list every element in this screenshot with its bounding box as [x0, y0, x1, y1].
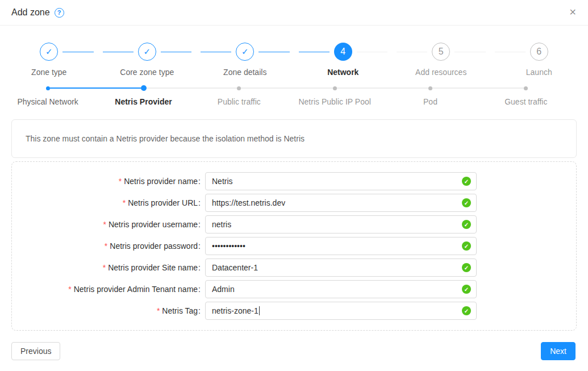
substep-pod: Pod	[382, 82, 478, 106]
input-value: netris	[212, 220, 231, 229]
substep-line	[528, 87, 574, 89]
substep-dot	[428, 86, 432, 90]
form-row: *Netris provider URL: https://test.netri…	[12, 194, 576, 212]
substep-netris-public-ip-pool: Netris Public IP Pool	[287, 82, 382, 106]
required-marker: *	[123, 198, 126, 207]
substep-line	[50, 87, 96, 89]
netris-tag-input[interactable]: netris-zone-1 ✓	[205, 302, 477, 320]
valid-check-icon: ✓	[462, 263, 471, 272]
required-marker: *	[103, 220, 106, 229]
step-done-check-icon: ✓	[40, 43, 58, 61]
wizard-stepper: ✓ Zone type ✓ Core zone type ✓ Zone deta…	[0, 43, 588, 77]
field-label: *Netris provider URL:	[12, 198, 201, 207]
step-core-zone-type: ✓ Core zone type	[98, 43, 197, 77]
form-row: *Netris provider name: Netris ✓	[12, 172, 576, 190]
form-row: *Netris provider username: netris ✓	[12, 215, 576, 234]
network-substepper: Physical Network Netris Provider Public …	[0, 82, 588, 106]
previous-button[interactable]: Previous	[11, 342, 60, 360]
substep-guest-traffic: Guest traffic	[478, 82, 574, 106]
netris-provider-password-input[interactable]: •••••••••••• ✓	[205, 237, 477, 255]
form-row: *Netris provider Site name: Datacenter-1…	[12, 259, 576, 277]
input-value-masked: ••••••••••••	[212, 241, 245, 251]
page-title: Add zone	[11, 7, 50, 18]
valid-check-icon: ✓	[462, 220, 471, 229]
help-icon[interactable]: ?	[55, 8, 64, 18]
step-line	[397, 52, 427, 52]
form-row: *Netris Tag: netris-zone-1 ✓	[12, 302, 576, 320]
step-line	[495, 52, 526, 52]
step-network: 4 Network	[294, 43, 393, 77]
step-label: Launch	[526, 68, 552, 77]
valid-check-icon: ✓	[462, 241, 471, 251]
netris-provider-site-name-input[interactable]: Datacenter-1 ✓	[205, 259, 477, 277]
step-label: Network	[327, 68, 358, 77]
form-row: *Netris provider Admin Tenant name: Admi…	[12, 280, 576, 298]
isolation-method-notice: This zone must contain a Netris provider…	[11, 119, 577, 158]
step-number: 6	[530, 43, 548, 61]
field-label: *Netris provider Site name:	[12, 263, 201, 272]
step-add-resources: 5 Add resources	[392, 43, 490, 77]
netris-provider-admin-tenant-name-input[interactable]: Admin ✓	[205, 280, 477, 298]
required-marker: *	[105, 241, 107, 251]
substep-dot	[333, 86, 337, 90]
step-line	[553, 52, 583, 52]
input-value: Datacenter-1	[212, 263, 258, 272]
substep-line	[0, 87, 46, 89]
substep-line	[191, 87, 237, 89]
valid-check-icon: ✓	[462, 177, 471, 186]
step-label: Zone details	[223, 68, 266, 77]
substep-dot	[46, 86, 50, 90]
required-marker: *	[119, 177, 122, 186]
step-launch: 6 Launch	[490, 43, 588, 77]
step-line	[201, 52, 231, 52]
netris-provider-url-input[interactable]: https://test.netris.dev ✓	[205, 194, 477, 212]
substep-dot	[237, 86, 241, 90]
step-zone-type: ✓ Zone type	[0, 43, 98, 77]
substep-label: Public traffic	[218, 97, 261, 106]
substep-dot	[524, 86, 528, 90]
netris-provider-name-input[interactable]: Netris ✓	[205, 172, 477, 190]
step-number: 5	[432, 43, 450, 61]
modal-header: Add zone ? ✕	[0, 0, 588, 26]
step-line	[258, 52, 289, 52]
field-label: *Netris provider password:	[12, 241, 201, 251]
substep-line	[478, 87, 524, 89]
netris-provider-username-input[interactable]: netris ✓	[205, 215, 477, 234]
substep-line	[241, 87, 287, 89]
input-value: https://test.netris.dev	[212, 198, 285, 207]
step-line	[357, 52, 387, 52]
substep-dot	[141, 85, 147, 91]
step-line	[299, 52, 330, 52]
substep-label: Netris Public IP Pool	[298, 97, 370, 106]
step-zone-details: ✓ Zone details	[196, 43, 294, 77]
substep-line	[147, 87, 191, 89]
substep-label: Guest traffic	[504, 97, 547, 106]
substep-label: Physical Network	[17, 97, 78, 106]
step-label: Add resources	[415, 68, 466, 77]
step-done-check-icon: ✓	[236, 43, 254, 61]
step-label: Zone type	[31, 68, 66, 77]
required-marker: *	[157, 306, 160, 315]
substep-line	[337, 87, 383, 89]
form-row: *Netris provider password: •••••••••••• …	[12, 237, 576, 255]
wizard-footer: Previous Next	[0, 342, 588, 360]
notice-text: This zone must contain a Netris provider…	[26, 134, 305, 143]
close-icon[interactable]: ✕	[569, 8, 577, 17]
valid-check-icon: ✓	[462, 198, 471, 207]
step-line	[62, 52, 93, 52]
substep-line	[287, 87, 333, 89]
next-button[interactable]: Next	[541, 342, 576, 360]
substep-public-traffic: Public traffic	[191, 82, 287, 106]
step-done-check-icon: ✓	[138, 43, 156, 61]
step-line	[103, 52, 134, 52]
substep-line	[432, 87, 478, 89]
step-line	[454, 52, 485, 52]
substep-physical-network: Physical Network	[0, 82, 95, 106]
substep-label: Pod	[423, 97, 437, 106]
substep-line	[95, 87, 140, 89]
step-label: Core zone type	[120, 68, 174, 77]
valid-check-icon: ✓	[462, 285, 471, 294]
step-line	[161, 52, 191, 52]
text-cursor	[259, 306, 260, 315]
field-label: *Netris provider name:	[12, 177, 201, 186]
